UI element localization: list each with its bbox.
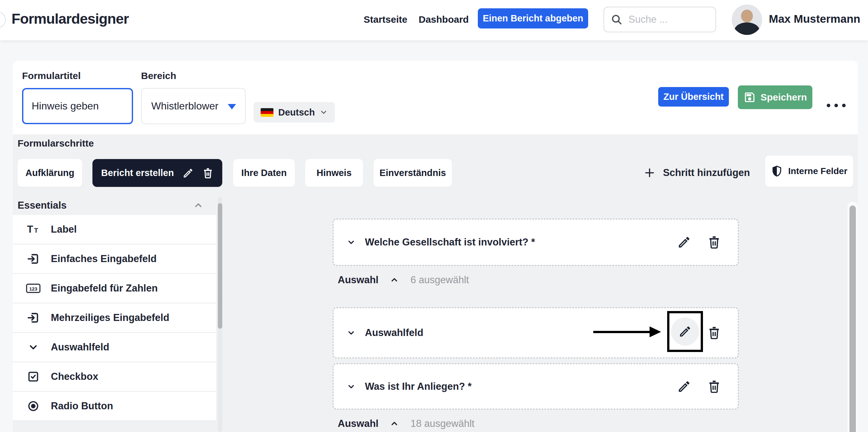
palette-group-header[interactable]: Essentials: [13, 196, 216, 215]
edit-step-icon[interactable]: [182, 167, 194, 179]
chevron-down-icon[interactable]: [346, 382, 356, 391]
step-tab-ihre-daten[interactable]: Ihre Daten: [233, 159, 295, 187]
palette-group-label: Essentials: [18, 200, 66, 211]
palette-item-label[interactable]: T T Label: [13, 215, 216, 244]
step-tab-einverstaendnis[interactable]: Einverständnis: [374, 159, 452, 187]
chevron-down-icon: [319, 108, 328, 116]
text-style-icon: T T: [24, 224, 42, 235]
more-options-button[interactable]: [827, 104, 846, 107]
selection-count: 18 ausgewählt: [410, 418, 474, 429]
palette-item-eingabefeld-zahlen[interactable]: 123 Eingabefeld für Zahlen: [13, 274, 216, 304]
form-title-label: Formulartitel: [22, 70, 81, 81]
german-flag-icon: [261, 108, 274, 117]
app-header: Formulardesigner Startseite Dashboard Ei…: [0, 0, 868, 40]
field-card-anliegen[interactable]: Was ist Ihr Anliegen? *: [333, 363, 739, 410]
form-title-input[interactable]: [22, 88, 133, 124]
search-icon: [611, 13, 623, 26]
svg-text:123: 123: [29, 286, 37, 291]
field-label: Welche Gesellschaft ist involviert? *: [365, 236, 535, 248]
chevron-down-icon[interactable]: [346, 237, 356, 247]
add-step-label: Schritt hinzufügen: [663, 167, 750, 178]
field-label: Auswahlfeld: [365, 327, 424, 339]
palette-item-einfaches-eingabefeld[interactable]: Einfaches Eingabefeld: [13, 244, 216, 274]
field-meta-row: Auswahl 6 ausgewählt: [338, 273, 469, 286]
palette-item-checkbox[interactable]: Checkbox: [13, 362, 216, 392]
save-button-label: Speichern: [761, 92, 807, 103]
annotation-arrow: [593, 331, 650, 333]
edit-field-icon[interactable]: [677, 379, 691, 394]
area-select-value: Whistlerblower: [151, 100, 218, 112]
search-box[interactable]: [603, 7, 716, 32]
add-step-button[interactable]: Schritt hinzufügen: [644, 164, 750, 182]
nav-startseite[interactable]: Startseite: [364, 14, 407, 25]
radio-icon: [24, 400, 42, 412]
sidebar-scrollbar-thumb[interactable]: [218, 203, 222, 329]
steps-section-label: Formularschritte: [18, 138, 94, 149]
avatar-body: [734, 22, 760, 35]
palette-list: T T Label Einfaches Eingabefeld 123: [13, 215, 216, 421]
page-title: Formulardesigner: [11, 10, 129, 27]
step-tab-bericht-erstellen-active[interactable]: Bericht erstellen: [92, 159, 222, 187]
number-123-icon: 123: [24, 283, 42, 294]
edge-badge: [0, 11, 6, 28]
edit-field-icon[interactable]: [671, 317, 699, 346]
avatar[interactable]: [732, 4, 762, 35]
svg-text:T: T: [34, 227, 38, 234]
plus-icon: [644, 167, 655, 178]
field-card-gesellschaft[interactable]: Welche Gesellschaft ist involviert? *: [333, 219, 739, 266]
selection-count: 6 ausgewählt: [410, 274, 469, 286]
field-meta-row: Auswahl 18 ausgewählt: [338, 417, 474, 430]
delete-field-icon[interactable]: [707, 326, 721, 340]
nav-dashboard[interactable]: Dashboard: [418, 14, 469, 25]
area-select[interactable]: Whistlerblower: [141, 88, 246, 124]
delete-step-icon[interactable]: [202, 167, 214, 179]
shield-icon: [771, 165, 783, 177]
selection-label: Auswahl: [338, 274, 378, 286]
chevron-up-icon[interactable]: [390, 419, 399, 428]
palette-item-mehrzeiliges-eingabefeld[interactable]: Mehrzeiliges Eingabefeld: [13, 304, 216, 333]
language-value: Deutsch: [278, 107, 315, 118]
overview-button[interactable]: Zur Übersicht: [658, 87, 729, 107]
chevron-up-icon: [193, 200, 204, 210]
language-select[interactable]: Deutsch: [254, 102, 335, 122]
input-arrow-icon: [24, 311, 42, 324]
svg-text:T: T: [27, 224, 33, 235]
delete-field-icon[interactable]: [707, 235, 721, 249]
chevron-up-icon[interactable]: [390, 276, 399, 285]
annotation-highlight-box: [667, 311, 703, 352]
internal-fields-button[interactable]: Interne Felder: [765, 155, 853, 187]
edit-field-icon[interactable]: [677, 235, 691, 249]
chevron-down-icon: [24, 341, 42, 353]
user-name[interactable]: Max Mustermann: [769, 12, 860, 25]
chevron-down-icon[interactable]: [346, 328, 356, 338]
step-tab-hinweis[interactable]: Hinweis: [305, 159, 363, 187]
submit-report-button[interactable]: Einen Bericht abgeben: [478, 8, 588, 28]
field-label: Was ist Ihr Anliegen? *: [365, 381, 472, 392]
step-tab-aufklaerung[interactable]: Aufklärung: [18, 159, 82, 187]
avatar-head: [741, 9, 753, 22]
internal-fields-label: Interne Felder: [788, 166, 847, 176]
palette-item-radio-button[interactable]: Radio Button: [13, 392, 216, 421]
palette-item-auswahlfeld[interactable]: Auswahlfeld: [13, 333, 216, 362]
checkbox-icon: [24, 370, 42, 383]
area-label: Bereich: [141, 70, 176, 81]
selection-label: Auswahl: [338, 418, 378, 429]
search-input[interactable]: [628, 14, 709, 25]
step-tab-label: Bericht erstellen: [101, 168, 174, 178]
dropdown-triangle-icon: [228, 104, 236, 110]
main-scrollbar-thumb[interactable]: [849, 205, 856, 432]
form-settings-panel: Formulartitel Bereich Whistlerblower Deu…: [13, 61, 858, 135]
save-icon: [743, 91, 756, 104]
delete-field-icon[interactable]: [707, 379, 721, 394]
designer-area: Formularschritte Aufklärung Bericht erst…: [13, 135, 858, 432]
field-card-auswahlfeld[interactable]: Auswahlfeld: [333, 307, 739, 358]
save-button[interactable]: Speichern: [738, 85, 812, 109]
input-arrow-icon: [24, 252, 42, 266]
